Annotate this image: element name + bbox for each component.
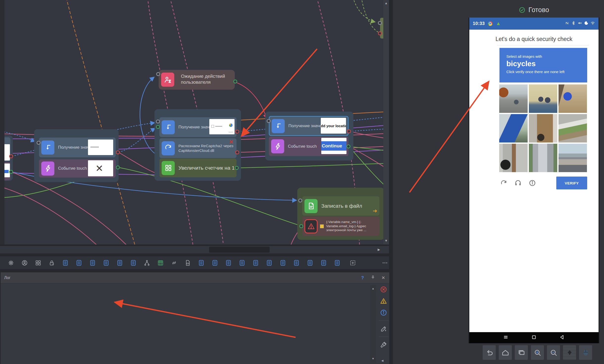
node-group-recaptcha[interactable]: Получение значения [id] Распознаем ReCap… (154, 109, 241, 181)
toolbar-list-icon[interactable] (116, 259, 123, 266)
nav-home-square-icon[interactable] (531, 334, 537, 341)
connector-out[interactable] (9, 154, 13, 158)
emulator-mouse-button[interactable] (579, 345, 592, 360)
connector-out[interactable] (346, 144, 350, 148)
connector-in[interactable] (156, 120, 160, 123)
log-error-filter-icon[interactable] (379, 285, 388, 294)
canvas-vertical-scrollbar[interactable]: ▲ ▼ (383, 0, 389, 244)
emulator-recents-button[interactable] (515, 345, 528, 360)
log-warning-filter-icon[interactable] (379, 297, 388, 305)
help-button[interactable]: ? (360, 275, 365, 281)
connector-in[interactable] (156, 125, 160, 129)
scroll-left-icon[interactable]: ◀ (381, 359, 383, 362)
connector-in[interactable] (37, 141, 41, 145)
connector-out[interactable] (378, 31, 382, 35)
toolbar-gear-icon[interactable] (7, 259, 14, 266)
toolbar-list-icon[interactable] (103, 259, 109, 266)
captcha-tile-bicycles-on-car-roof[interactable] (529, 84, 557, 113)
emulator-back-button[interactable] (483, 345, 496, 360)
node-row-write-file[interactable]: Записать в файл (302, 196, 379, 216)
android-screen[interactable]: 10:33 Let's do a quick security check Se… (469, 18, 599, 343)
delete-node-icon[interactable]: ✕ (229, 139, 234, 145)
captcha-tile-street-with-cars[interactable] (499, 84, 528, 113)
close-icon[interactable]: ✕ (381, 275, 386, 281)
connector-out[interactable] (235, 130, 239, 134)
connector-in[interactable] (299, 224, 303, 228)
captcha-tile-blue-chair-by-wall[interactable] (559, 84, 587, 113)
verify-button[interactable]: VERIFY (556, 177, 587, 189)
scroll-down-icon[interactable]: ▼ (372, 357, 374, 360)
toolbar-list-icon[interactable] (130, 259, 137, 266)
toolbar-list-icon[interactable] (75, 259, 82, 266)
connector-out[interactable] (9, 170, 13, 174)
scroll-up-icon[interactable]: ▲ (385, 1, 388, 5)
log-info-filter-icon[interactable] (379, 308, 388, 317)
toolbar-list-icon[interactable] (266, 259, 273, 266)
node-row-touch-event[interactable]: Событие touch ✕ (39, 159, 116, 178)
toolbar-person-icon[interactable] (21, 259, 28, 266)
node-row-get-value[interactable]: Получение значения [id] (159, 117, 237, 137)
toolbar-list-icon[interactable] (293, 259, 300, 266)
log-vertical-scrollbar[interactable]: ▲ ▼ (370, 285, 376, 363)
node-row-warning[interactable]: {-Variable.name_vm-} {-Variable.email_lo… (302, 217, 379, 236)
toolbar-table-icon[interactable] (157, 259, 164, 266)
info-icon[interactable] (528, 179, 537, 187)
toolbar-list-icon[interactable] (62, 259, 69, 266)
scroll-right-icon[interactable]: ▶ (378, 248, 380, 251)
node-row-touch-event[interactable]: Событие touch Continue (269, 137, 348, 156)
audio-challenge-icon[interactable] (514, 179, 522, 187)
toolbar-lock-icon[interactable] (48, 259, 55, 266)
reload-icon[interactable] (499, 179, 508, 187)
captcha-tile-bicycle-at-storefront[interactable] (499, 144, 528, 172)
connector-in[interactable] (298, 199, 302, 202)
toolbar-ellipsis-icon[interactable] (381, 259, 388, 266)
connector-in[interactable] (378, 21, 382, 25)
node-row-increment-counter[interactable]: Увеличить счетчик на 1 (159, 159, 237, 177)
toolbar-plus-dashed-icon[interactable] (349, 259, 356, 266)
node-group-write-file[interactable]: Записать в файл {-Variable.name_vm-} {-V… (297, 188, 384, 240)
nav-back-triangle-icon[interactable] (559, 334, 565, 341)
connector-out[interactable] (235, 150, 239, 154)
scrollbar-thumb[interactable] (209, 247, 270, 253)
canvas-horizontal-scrollbar[interactable]: ▶ (0, 246, 389, 253)
toolbar-list-icon[interactable] (306, 259, 313, 266)
emulator-zoom-in-button[interactable] (531, 345, 544, 360)
emulator-home-button[interactable] (499, 345, 512, 360)
node-row-get-value[interactable]: Получение значения [id] (39, 138, 116, 157)
scroll-down-icon[interactable]: ▼ (385, 239, 388, 242)
toolbar-list-icon[interactable] (198, 259, 205, 266)
toolbar-list-icon[interactable] (334, 259, 341, 266)
connector-out[interactable] (347, 129, 351, 133)
toolbar-link-icon[interactable] (171, 259, 177, 266)
log-clean-tool-icon[interactable] (379, 341, 388, 349)
captcha-tile-concrete-pillar[interactable] (529, 144, 557, 172)
captcha-tile-guardrail-curve[interactable] (559, 114, 587, 142)
captcha-tile-blue-sign-and-trees[interactable] (499, 114, 528, 142)
toolbar-list-icon[interactable] (238, 259, 245, 266)
toolbar-list-icon[interactable] (89, 259, 96, 266)
emulator-zoom-out-button[interactable] (547, 345, 560, 360)
toolbar-list-icon[interactable] (225, 259, 232, 266)
connector-out[interactable] (116, 150, 120, 154)
connector-in[interactable] (267, 119, 271, 123)
flow-canvas[interactable]: Ожидание действий пользователя Получение… (0, 0, 389, 244)
log-output-area[interactable] (1, 284, 370, 364)
node-group-right[interactable]: Получение значения [id] dd your locatio … (265, 112, 353, 161)
connector-out[interactable] (233, 80, 237, 83)
emulator-screenshot-button[interactable] (563, 345, 576, 360)
connector-out[interactable] (116, 165, 120, 169)
toolbar-list-icon[interactable] (320, 259, 327, 266)
toolbar-list-icon[interactable] (211, 259, 218, 266)
log-fill-tool-icon[interactable] (379, 324, 388, 333)
node-group-left[interactable]: Получение значения [id] Событие touch ✕ (34, 129, 119, 182)
toolbar-grid-icon[interactable] (35, 259, 42, 266)
captcha-tile-highway-overpass[interactable] (559, 144, 587, 172)
node-wait-user-action[interactable]: Ожидание действий пользователя (159, 70, 235, 90)
captcha-tile-bicycle-by-wooden-fence[interactable] (529, 114, 557, 142)
toolbar-list-icon[interactable] (279, 259, 286, 266)
pin-icon[interactable] (370, 275, 375, 281)
nav-menu-icon[interactable] (503, 334, 509, 341)
scroll-up-icon[interactable]: ▲ (372, 287, 374, 290)
connector-in[interactable] (156, 72, 160, 76)
toolbar-list-icon[interactable] (252, 259, 259, 266)
